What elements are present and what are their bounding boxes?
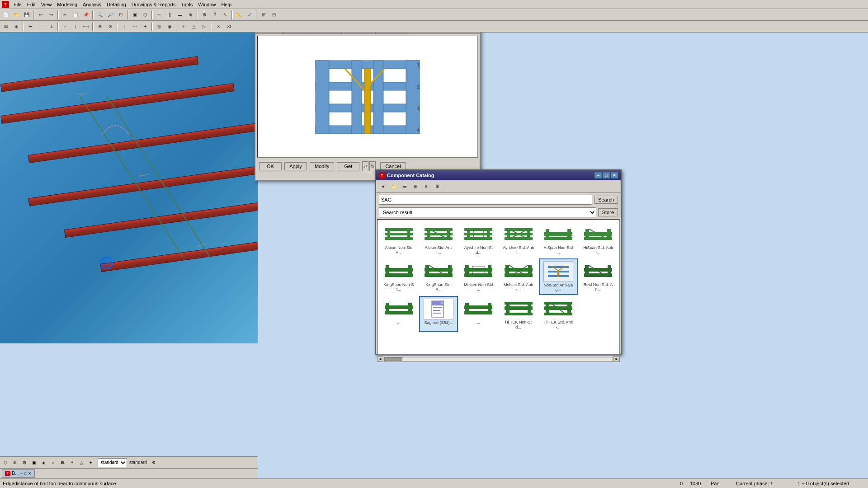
cat-details[interactable]: ≡ [421, 182, 431, 192]
cat-folder[interactable]: 📁 [389, 182, 399, 192]
hscroll-left-btn[interactable]: ◄ [377, 357, 383, 362]
vp-btn6[interactable]: ○ [48, 458, 57, 467]
vp-btn5[interactable]: ◈ [39, 458, 48, 467]
tb2-4[interactable]: ⊤ [36, 22, 46, 32]
tb-cut[interactable]: ✂ [60, 10, 70, 20]
catalog-item-sag-rod-s54[interactable]: Sag rod (S54)... [419, 296, 458, 332]
hscroll-right-btn[interactable]: ► [613, 357, 620, 362]
tb-plate[interactable]: ▬ [175, 10, 185, 20]
tb2-17[interactable]: Ⅺ [224, 22, 234, 32]
tb-extra1[interactable]: ⊞ [259, 10, 269, 20]
menu-detailing[interactable]: Detailing [104, 1, 129, 8]
catalog-item-hispan-std[interactable]: HiSpan Std. Anti-... [579, 221, 618, 258]
tb-redo[interactable]: ↪ [46, 10, 56, 20]
cat-back[interactable]: ◄ [378, 182, 388, 192]
tb2-14[interactable]: ◎ [154, 22, 164, 32]
tb-measure[interactable]: 📐 [234, 10, 244, 20]
catalog-maximize-btn[interactable]: □ [603, 172, 610, 178]
tb-bolt[interactable]: ⊕ [185, 10, 195, 20]
tb2-6[interactable]: ↔ [60, 22, 70, 32]
tb-grid[interactable]: # [210, 10, 220, 20]
menu-tools[interactable]: Tools [179, 1, 196, 8]
catalog-close-btn[interactable]: ✕ [611, 172, 618, 178]
tb-open[interactable]: 📂 [11, 10, 21, 20]
tb2-1[interactable]: ⊠ [1, 22, 11, 32]
tb2-snap1[interactable]: ⌖ [179, 22, 189, 32]
tb2-16[interactable]: Ⅹ [213, 22, 223, 32]
catalog-item-kingspan-non-std[interactable]: KingSpan Non-St... [379, 258, 418, 296]
tb-undo[interactable]: ↩ [36, 10, 46, 20]
viewport-canvas[interactable] [0, 0, 258, 343]
menu-view[interactable]: View [38, 1, 55, 8]
tb-column[interactable]: ‖ [165, 10, 175, 20]
taskbar-maximize[interactable]: □ [24, 471, 27, 476]
vp-btn3[interactable]: ⊞ [20, 458, 29, 467]
hscroll-thumb[interactable] [384, 357, 402, 361]
tb-select[interactable]: ↖ [220, 10, 230, 20]
catalog-hscroll[interactable]: ◄ ► [377, 356, 620, 362]
catalog-item-ayrshire-std[interactable]: Ayrshire Std. Anti-... [499, 221, 538, 258]
catalog-item-metsec-std[interactable]: Metsec Std. Anti-... [499, 258, 538, 296]
catalog-item-reid[interactable]: Reid Non-Std. An... [579, 258, 618, 296]
catalog-search-input[interactable] [379, 195, 592, 205]
tb-save[interactable]: 💾 [22, 10, 32, 20]
tb-wire[interactable]: ⬡ [140, 10, 150, 20]
tb2-9[interactable]: ⊕ [95, 22, 105, 32]
tb2-7[interactable]: ↕ [71, 22, 80, 32]
tb2-3[interactable]: ⊢ [25, 22, 35, 32]
tb2-snap2[interactable]: △ [189, 22, 199, 32]
catalog-item-ayrshire-non-std[interactable]: Ayrshire Non-Std... [459, 221, 498, 258]
menu-window[interactable]: Window [195, 1, 218, 8]
catalog-item-non-std-anti-sag[interactable]: Non-Std Anti-Sag... [539, 258, 578, 296]
tb-extra2[interactable]: ⊟ [269, 10, 279, 20]
menu-help[interactable]: Help [218, 1, 234, 8]
tb-comp[interactable]: ⚙ [199, 10, 209, 20]
tb-zoom-all[interactable]: ⊡ [116, 10, 126, 20]
catalog-item-albion-std[interactable]: Albion Std. Anti-... [419, 221, 458, 258]
tb-copy[interactable]: 📋 [71, 10, 80, 20]
catalog-item-hi-tek-non-std[interactable]: Hi TEK Non-Std... [499, 296, 538, 332]
tb-render[interactable]: ▣ [130, 10, 140, 20]
tb-new[interactable]: 📄 [1, 10, 11, 20]
vp-btn4[interactable]: ▣ [29, 458, 38, 467]
cat-filter[interactable]: ⚙ [432, 182, 442, 192]
vp-settings[interactable]: ⚙ [149, 458, 158, 467]
catalog-item-kingspan-std[interactable]: KingSpan Std. A... [419, 258, 458, 296]
tb-zoom-out[interactable]: 🔎 [105, 10, 115, 20]
modify-button[interactable]: Modify [310, 162, 334, 170]
taskbar-minimize[interactable]: ─ [20, 471, 23, 476]
apply-button[interactable]: Apply [284, 162, 307, 170]
vp-btn7[interactable]: ⊠ [58, 458, 67, 467]
catalog-search-button[interactable]: Search [594, 196, 618, 204]
catalog-minimize-btn[interactable]: ─ [594, 172, 602, 178]
view-mode-dropdown[interactable]: standard [98, 458, 127, 467]
tb2-2[interactable]: ◈ [11, 22, 21, 32]
catalog-item-metsec-non-std[interactable]: Metsec Non-Std ... [459, 258, 498, 296]
tb2-10[interactable]: ⊗ [105, 22, 115, 32]
vp-btn1[interactable]: ⬡ [1, 458, 10, 467]
vp-btn8[interactable]: ⌖ [67, 458, 76, 467]
tb2-snap3[interactable]: ▷ [199, 22, 209, 32]
tb2-13[interactable]: ✦ [140, 22, 150, 32]
menu-drawings-reports[interactable]: Drawings & Reports [129, 1, 179, 8]
cat-grid-view[interactable]: ⊞ [410, 182, 420, 192]
tb-paste[interactable]: 📌 [81, 10, 91, 20]
catalog-filter-dropdown[interactable]: Search result [379, 207, 596, 217]
catalog-item-hi-tek-std[interactable]: Hi TEK Std. Anti-... [539, 296, 578, 332]
catalog-item-albion-non-std[interactable]: Albion Non-Std A... [379, 221, 418, 258]
tb-zoom-in[interactable]: 🔍 [95, 10, 105, 20]
tb2-5[interactable]: ⊥ [46, 22, 56, 32]
hscroll-track[interactable] [384, 357, 613, 361]
tb2-11[interactable]: ⋮ [119, 22, 129, 32]
catalog-item-hispan-non-std[interactable]: HiSpan Non-Std ... [539, 221, 578, 258]
vp-btn10[interactable]: ✦ [86, 458, 95, 467]
menu-edit[interactable]: Edit [24, 1, 38, 8]
tb2-12[interactable]: ⋯ [130, 22, 140, 32]
menu-analysis[interactable]: Analysis [80, 1, 104, 8]
menu-modeling[interactable]: Modeling [54, 1, 80, 8]
get-button[interactable]: Get [337, 162, 359, 170]
tb2-8[interactable]: ⟺ [81, 22, 91, 32]
ok-button[interactable]: OK [259, 162, 282, 170]
tb-beam[interactable]: ═ [154, 10, 164, 20]
catalog-item-row3-1[interactable]: ... [379, 296, 418, 332]
